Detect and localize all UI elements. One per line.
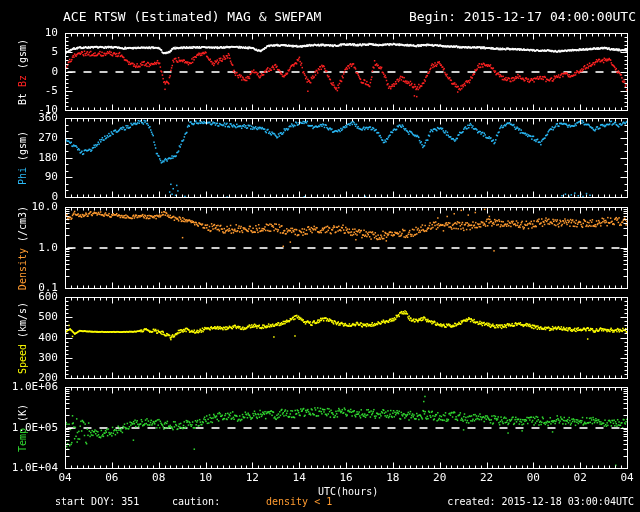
panel-1-ytick-label: 10: [0, 27, 58, 39]
x-tick-label: 16: [333, 472, 359, 484]
panel-5-y-axis-label: Temp(K): [17, 400, 28, 454]
panel-2-ytick-label: 180: [0, 152, 58, 164]
panel-5-ytick-label: 1.0E+06: [0, 381, 58, 393]
y-axis-label-part: Density: [17, 247, 28, 289]
page-title: ACE RTSW (Estimated) MAG & SWEPAM: [63, 9, 321, 24]
y-axis-label-part: Temp: [17, 427, 28, 451]
x-tick-label: 10: [193, 472, 219, 484]
panel-4-ytick-label: 600: [0, 291, 58, 303]
panel-4-ytick-label: 500: [0, 311, 58, 323]
x-tick-label: 14: [286, 472, 312, 484]
y-axis-label-part: (/cm3): [17, 205, 28, 241]
x-tick-label: 00: [520, 472, 546, 484]
begin-timestamp: Begin: 2015-12-17 04:00:00UTC: [409, 9, 636, 24]
x-tick-label: 12: [239, 472, 265, 484]
ace-rtsw-plot: ACE RTSW (Estimated) MAG & SWEPAM Begin:…: [0, 0, 640, 512]
y-axis-label-part: Phi: [17, 167, 28, 185]
y-axis-label-part: Speed: [17, 344, 28, 374]
panel-1-ytick-label: 5: [0, 46, 58, 58]
y-axis-label-part: Bz: [17, 75, 28, 87]
panel-2-ytick-label: 90: [0, 171, 58, 183]
y-axis-label-part: (km/s): [17, 301, 28, 337]
x-tick-label: 22: [474, 472, 500, 484]
panel-2-y-axis-label: Phi(gsm): [17, 127, 28, 187]
panel-1-y-axis-label: BtBz(gsm): [17, 35, 28, 107]
panel-5-ytick-label: 1.0E+05: [0, 422, 58, 434]
y-axis-label-part: (gsm): [17, 38, 28, 68]
plot-canvas: [0, 0, 640, 512]
panel-4-y-axis-label: Speed(km/s): [17, 298, 28, 376]
panel-2-ytick-label: 270: [0, 132, 58, 144]
y-axis-label-part: (K): [17, 403, 28, 421]
panel-4-ytick-label: 300: [0, 352, 58, 364]
created-timestamp: created: 2015-12-18 03:00:04UTC: [447, 496, 634, 507]
y-axis-label-part: Bt: [17, 93, 28, 105]
caution-value: density < 1: [266, 496, 332, 507]
panel-3-ytick-label: 1.0: [0, 242, 58, 254]
y-axis-label-part: (gsm): [17, 130, 28, 160]
panel-1-ytick-label: 0: [0, 66, 58, 78]
x-tick-label: 18: [380, 472, 406, 484]
x-tick-label: 20: [427, 472, 453, 484]
x-tick-label: 02: [567, 472, 593, 484]
x-tick-label: 06: [99, 472, 125, 484]
panel-1-ytick-label: -5: [0, 85, 58, 97]
panel-4-ytick-label: 400: [0, 332, 58, 344]
panel-2-ytick-label: 360: [0, 112, 58, 124]
x-tick-label: 08: [146, 472, 172, 484]
x-tick-label: 04: [614, 472, 640, 484]
panel-3-y-axis-label: Density(/cm3): [17, 202, 28, 292]
panel-3-ytick-label: 10.0: [0, 201, 58, 213]
panel-5-ytick-label: 1.0E+04: [0, 462, 58, 474]
caution-label: caution:: [172, 496, 220, 507]
x-tick-label: 04: [52, 472, 78, 484]
start-doy-label: start DOY: 351: [55, 496, 139, 507]
